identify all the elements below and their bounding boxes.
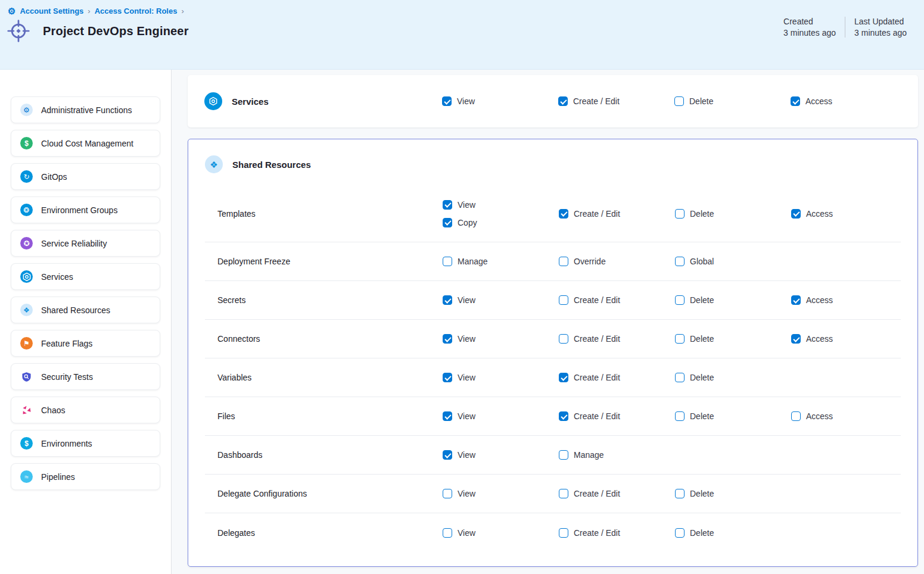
sidebar-item-label: Administrative Functions bbox=[41, 105, 132, 115]
checkbox-label: Delete bbox=[690, 489, 714, 498]
services-delete-checkbox[interactable] bbox=[674, 96, 684, 106]
variables-delete-checkbox[interactable] bbox=[675, 373, 685, 382]
shared-resources-icon: ❖ bbox=[205, 155, 223, 173]
templates-copy-permission: Copy bbox=[443, 218, 477, 227]
delegate-configurations-view-checkbox[interactable] bbox=[443, 489, 452, 498]
sidebar-item-label: GitOps bbox=[41, 172, 67, 182]
checkbox-label: Manage bbox=[574, 450, 604, 460]
checkbox-label: Delete bbox=[690, 411, 714, 421]
templates-delete-checkbox[interactable] bbox=[675, 209, 685, 219]
delegate-configurations-view-permission: View bbox=[443, 489, 475, 498]
services-view-checkbox[interactable] bbox=[442, 96, 452, 106]
checkbox-label: View bbox=[458, 334, 475, 344]
templates-access-checkbox[interactable] bbox=[791, 209, 801, 219]
files-access-checkbox[interactable] bbox=[791, 411, 801, 421]
sidebar-item-security-tests[interactable]: Security Tests bbox=[11, 363, 160, 390]
shared-resources-rows: TemplatesViewCopyCreate / EditDeleteAcce… bbox=[205, 185, 901, 552]
checkbox-label: View bbox=[458, 489, 475, 498]
sidebar-item-pipelines[interactable]: ≈Pipelines bbox=[11, 463, 160, 490]
sidebar-item-chaos[interactable]: Chaos bbox=[11, 397, 160, 423]
variables-create-edit-checkbox[interactable] bbox=[559, 373, 568, 382]
delegate-configurations-create-edit-checkbox[interactable] bbox=[559, 489, 568, 498]
permission-cell: Create / Edit bbox=[559, 367, 675, 388]
sidebar-item-service-reliability[interactable]: ✪Service Reliability bbox=[11, 230, 160, 257]
deployment-freeze-manage-checkbox[interactable] bbox=[443, 257, 452, 266]
checkbox-label: Create / Edit bbox=[574, 295, 620, 305]
templates-copy-checkbox[interactable] bbox=[443, 218, 452, 227]
secrets-delete-checkbox[interactable] bbox=[675, 295, 685, 305]
cloud-cost-management-icon: $ bbox=[20, 137, 33, 149]
dashboards-view-permission: View bbox=[443, 450, 475, 460]
secrets-access-checkbox[interactable] bbox=[791, 295, 801, 305]
checkbox-label: Create / Edit bbox=[574, 209, 620, 219]
variables-view-checkbox[interactable] bbox=[443, 373, 452, 382]
files-access-permission: Access bbox=[791, 411, 833, 421]
permission-cell: Global bbox=[675, 251, 791, 272]
templates-view-checkbox[interactable] bbox=[443, 200, 452, 210]
resource-row-label: Connectors bbox=[205, 334, 443, 344]
permission-cell: View bbox=[443, 405, 559, 427]
sidebar-item-administrative-functions[interactable]: ⚙Administrative Functions bbox=[11, 96, 160, 123]
sidebar-item-services[interactable]: Services bbox=[11, 263, 160, 290]
checkbox-label: Delete bbox=[690, 209, 714, 219]
variables-view-permission: View bbox=[443, 373, 475, 382]
secrets-create-edit-checkbox[interactable] bbox=[559, 295, 568, 305]
deployment-freeze-override-checkbox[interactable] bbox=[559, 257, 568, 266]
files-delete-checkbox[interactable] bbox=[675, 411, 685, 421]
resource-row-connectors: ConnectorsViewCreate / EditDeleteAccess bbox=[205, 320, 901, 358]
delegates-delete-checkbox[interactable] bbox=[675, 528, 685, 538]
shared-resources-card: ❖ Shared Resources TemplatesViewCopyCrea… bbox=[188, 139, 918, 567]
dashboards-manage-checkbox[interactable] bbox=[559, 450, 568, 460]
services-card: Services ViewCreate / EditDeleteAccess bbox=[188, 75, 918, 127]
connectors-view-checkbox[interactable] bbox=[443, 334, 452, 344]
breadcrumb-access-control-roles[interactable]: Access Control: Roles bbox=[95, 7, 178, 15]
sidebar-item-label: Services bbox=[41, 272, 73, 282]
sidebar-item-shared-resources[interactable]: ❖Shared Resources bbox=[11, 297, 160, 323]
dashboards-view-checkbox[interactable] bbox=[443, 450, 452, 460]
permissions-main: Services ViewCreate / EditDeleteAccess ❖… bbox=[172, 70, 924, 574]
sidebar-item-feature-flags[interactable]: ⚑Feature Flags bbox=[11, 330, 160, 357]
delegate-configurations-create-edit-permission: Create / Edit bbox=[559, 489, 620, 498]
deployment-freeze-global-checkbox[interactable] bbox=[675, 257, 685, 266]
checkbox-label: Create / Edit bbox=[574, 334, 620, 344]
connectors-view-permission: View bbox=[443, 334, 475, 344]
pipelines-icon: ≈ bbox=[20, 470, 33, 483]
breadcrumb-account-settings[interactable]: Account Settings bbox=[20, 7, 83, 15]
permission-cell: Create / Edit bbox=[559, 522, 675, 544]
delegate-configurations-delete-checkbox[interactable] bbox=[675, 489, 685, 498]
checkbox-label: Delete bbox=[690, 373, 714, 382]
delegates-delete-permission: Delete bbox=[675, 528, 714, 538]
delegates-view-checkbox[interactable] bbox=[443, 528, 452, 538]
connectors-delete-permission: Delete bbox=[675, 334, 714, 344]
connectors-create-edit-checkbox[interactable] bbox=[559, 334, 568, 344]
resource-row-dashboards: DashboardsViewManage bbox=[205, 436, 901, 475]
permission-cell bbox=[791, 372, 901, 383]
checkbox-label: Create / Edit bbox=[573, 96, 620, 106]
permission-cell: View bbox=[443, 522, 559, 544]
sidebar-item-environment-groups[interactable]: ❂Environment Groups bbox=[11, 196, 160, 223]
sidebar-item-label: Environments bbox=[41, 439, 92, 448]
delegates-create-edit-permission: Create / Edit bbox=[559, 528, 620, 538]
connectors-access-permission: Access bbox=[791, 334, 833, 344]
permission-cell: Create / Edit bbox=[558, 91, 674, 112]
connectors-access-checkbox[interactable] bbox=[791, 334, 801, 344]
templates-create-edit-checkbox[interactable] bbox=[559, 209, 568, 219]
templates-create-edit-permission: Create / Edit bbox=[559, 209, 620, 219]
delegates-create-edit-checkbox[interactable] bbox=[559, 528, 568, 538]
connectors-delete-checkbox[interactable] bbox=[675, 334, 685, 344]
permission-cell: Create / Edit bbox=[559, 289, 675, 311]
sidebar-item-gitops[interactable]: ↻GitOps bbox=[11, 163, 160, 190]
sidebar-item-cloud-cost-management[interactable]: $Cloud Cost Management bbox=[11, 130, 160, 157]
sidebar-item-environments[interactable]: $Environments bbox=[11, 430, 160, 457]
files-create-edit-checkbox[interactable] bbox=[559, 411, 568, 421]
created-label: Created bbox=[783, 17, 836, 26]
services-create-edit-checkbox[interactable] bbox=[558, 96, 568, 106]
checkbox-label: Access bbox=[806, 334, 833, 344]
secrets-delete-permission: Delete bbox=[675, 295, 714, 305]
files-view-checkbox[interactable] bbox=[443, 411, 452, 421]
checkbox-label: View bbox=[458, 295, 475, 305]
breadcrumb-separator: › bbox=[88, 7, 90, 15]
shared-resources-card-header: ❖ Shared Resources bbox=[188, 155, 917, 173]
secrets-view-checkbox[interactable] bbox=[443, 295, 452, 305]
services-access-checkbox[interactable] bbox=[791, 96, 800, 106]
